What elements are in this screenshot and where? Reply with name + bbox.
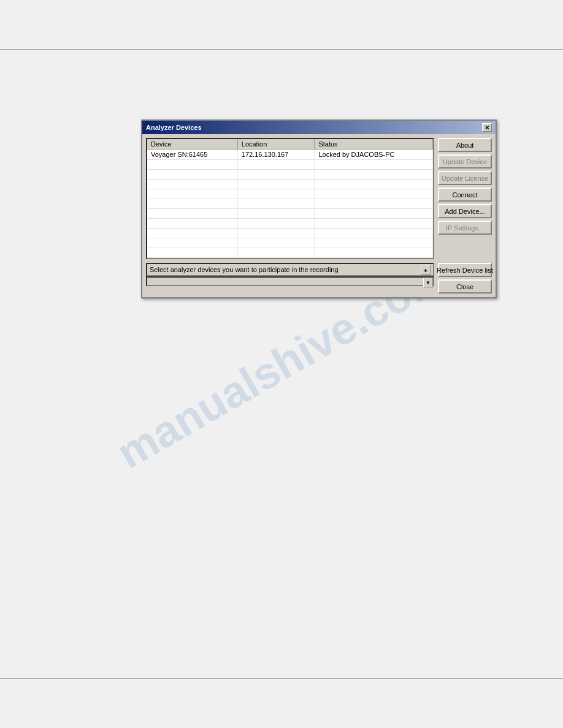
table-row-empty-6 <box>147 209 433 219</box>
device-table: Device Location Status Voyager SN:61465 … <box>147 139 433 258</box>
bottom-left: Select analyzer devices you want to part… <box>146 263 434 286</box>
status-bar: Select analyzer devices you want to part… <box>146 263 434 276</box>
dialog-wrapper: Analyzer Devices ✕ Device Location Statu… <box>141 119 497 298</box>
scroll-down-row: ▼ <box>146 276 434 286</box>
bottom-right-buttons: Refresh Device list Close <box>438 263 492 294</box>
scroll-down-button[interactable]: ▼ <box>423 278 433 287</box>
dialog-title: Analyzer Devices <box>146 124 482 131</box>
connect-button[interactable]: Connect <box>438 188 492 202</box>
bottom-divider <box>0 678 563 679</box>
col-location: Location <box>237 139 315 150</box>
ip-settings-button[interactable]: IP Settings... <box>438 221 492 235</box>
table-row-empty-4 <box>147 189 433 199</box>
dialog-titlebar: Analyzer Devices ✕ <box>142 121 496 134</box>
table-row-empty-7 <box>147 219 433 229</box>
dialog-body: Device Location Status Voyager SN:61465 … <box>142 134 496 263</box>
table-row-empty-5 <box>147 199 433 209</box>
cell-device: Voyager SN:61465 <box>147 150 237 160</box>
table-row-empty-10 <box>147 248 433 258</box>
table-row-empty-9 <box>147 238 433 248</box>
col-status: Status <box>315 139 433 150</box>
cell-status: Locked by DJACOBS-PC <box>315 150 433 160</box>
table-header-row: Device Location Status <box>147 139 433 150</box>
close-button[interactable]: Close <box>438 279 492 294</box>
col-device: Device <box>147 139 237 150</box>
table-row-empty-2 <box>147 170 433 180</box>
scroll-up-button[interactable]: ▲ <box>421 265 431 275</box>
cell-location: 172.16.130.167 <box>237 150 315 160</box>
refresh-device-list-button[interactable]: Refresh Device list <box>438 263 492 277</box>
table-row-empty-8 <box>147 229 433 238</box>
table-row-empty-3 <box>147 180 433 189</box>
about-button[interactable]: About <box>438 138 492 152</box>
dialog-close-button[interactable]: ✕ <box>482 123 492 132</box>
right-panel: About Update Device Update License Conne… <box>438 138 492 259</box>
add-device-button[interactable]: Add Device... <box>438 204 492 218</box>
update-license-button[interactable]: Update License <box>438 171 492 185</box>
top-divider <box>0 49 563 50</box>
table-row[interactable]: Voyager SN:61465 172.16.130.167 Locked b… <box>147 150 433 160</box>
analyzer-devices-dialog: Analyzer Devices ✕ Device Location Statu… <box>141 119 497 298</box>
status-text: Select analyzer devices you want to part… <box>150 266 421 273</box>
device-table-container: Device Location Status Voyager SN:61465 … <box>146 138 434 259</box>
update-device-button[interactable]: Update Device <box>438 154 492 169</box>
table-row-empty-1 <box>147 160 433 170</box>
bottom-area: Select analyzer devices you want to part… <box>142 263 496 297</box>
left-panel: Device Location Status Voyager SN:61465 … <box>146 138 434 259</box>
